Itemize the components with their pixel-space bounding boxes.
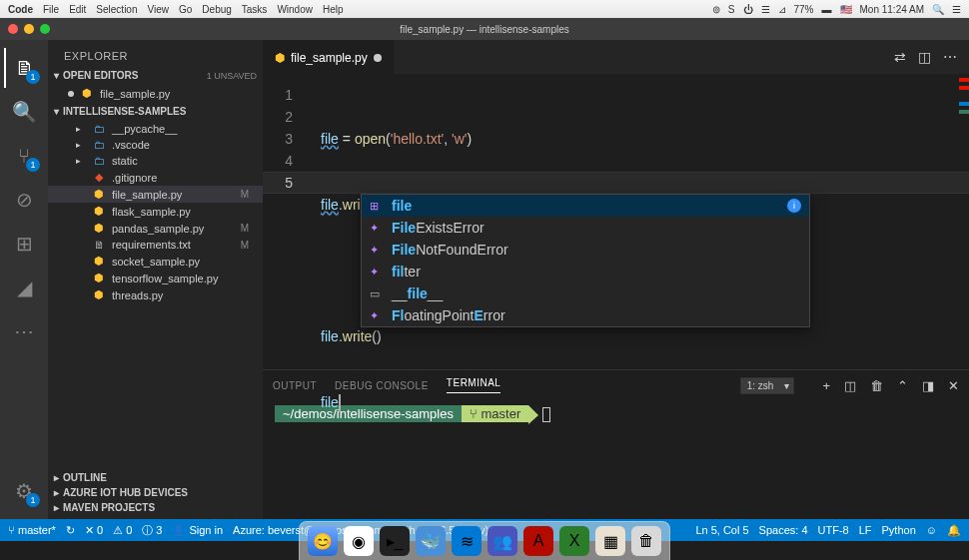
- more-actions-icon[interactable]: ⋯: [943, 49, 957, 65]
- flag-icon[interactable]: 🇺🇸: [840, 4, 852, 15]
- menu-tasks[interactable]: Tasks: [242, 4, 268, 15]
- open-editors-header[interactable]: ▾ OPEN EDITORS 1 UNSAVED: [48, 68, 263, 83]
- dock-acrobat[interactable]: A: [523, 526, 553, 556]
- variable-icon: ⊞: [370, 195, 384, 217]
- spotlight-icon[interactable]: 🔍: [932, 4, 944, 15]
- info-icon[interactable]: i: [787, 199, 801, 213]
- class-icon: ✦: [370, 217, 384, 239]
- file-flask-sample[interactable]: ⬢flask_sample.py: [48, 203, 263, 220]
- source-control-icon[interactable]: ⑂1: [4, 136, 44, 176]
- azure-icon[interactable]: ◢: [4, 268, 44, 307]
- close-window-icon[interactable]: [8, 24, 18, 34]
- folder-static[interactable]: ▸🗀static: [48, 153, 263, 169]
- status-icon[interactable]: ☰: [761, 4, 770, 15]
- suggest-item-filter[interactable]: ✦filter: [362, 261, 809, 282]
- terminal-selector[interactable]: 1: zsh ▾: [740, 377, 795, 394]
- file-tensorflow-sample[interactable]: ⬢tensorflow_sample.py: [48, 270, 263, 286]
- folder-pycache[interactable]: ▸🗀__pycache__: [48, 121, 263, 137]
- status-icon[interactable]: ⊚: [712, 4, 720, 15]
- chevron-right-icon: ▸: [54, 472, 59, 483]
- debug-icon[interactable]: ⊘: [4, 180, 44, 220]
- panel-tab-output[interactable]: OUTPUT: [273, 380, 317, 391]
- battery-icon: ▬: [822, 4, 832, 15]
- chevron-right-icon: ▸: [54, 502, 59, 513]
- dock-docker[interactable]: 🐳: [416, 526, 446, 556]
- azure-iot-header[interactable]: ▸AZURE IOT HUB DEVICES: [48, 485, 263, 500]
- suggest-item-filenotfounderror[interactable]: ✦FileNotFoundError: [362, 239, 809, 261]
- dock-finder[interactable]: 😊: [308, 526, 338, 556]
- menu-debug[interactable]: Debug: [202, 4, 231, 15]
- workspace-header[interactable]: ▾ INTELLISENSE-SAMPLES: [48, 104, 263, 119]
- intellisense-popup[interactable]: ⊞filei ✦FileExistsError ✦FileNotFoundErr…: [361, 194, 810, 327]
- dock-app[interactable]: ▦: [595, 526, 625, 556]
- macos-dock: 😊 ◉ ▸_ 🐳 ≋ 👥 A X ▦ 🗑: [0, 520, 969, 560]
- sidebar: EXPLORER ▾ OPEN EDITORS 1 UNSAVED ⬢ file…: [48, 40, 263, 519]
- suggest-item-fileexistserror[interactable]: ✦FileExistsError: [362, 217, 809, 239]
- menu-selection[interactable]: Selection: [96, 4, 137, 15]
- sidebar-title: EXPLORER: [48, 40, 263, 68]
- dock-chrome[interactable]: ◉: [344, 526, 374, 556]
- menu-file[interactable]: File: [43, 4, 59, 15]
- battery-pct[interactable]: 77%: [794, 4, 814, 15]
- code-editor[interactable]: 1 2 3 4 5 file = open('hello.txt', 'w') …: [263, 74, 969, 369]
- suggest-item-floatingpointerror[interactable]: ✦FloatingPointError: [362, 304, 809, 326]
- folder-icon: 🗀: [92, 123, 106, 135]
- chevron-right-icon: ▸: [54, 487, 59, 498]
- settings-gear-icon[interactable]: ⚙1: [4, 471, 44, 511]
- explorer-icon[interactable]: 🗎1: [4, 48, 44, 88]
- search-icon[interactable]: 🔍: [4, 92, 44, 132]
- split-editor-icon[interactable]: ◫: [918, 49, 931, 65]
- clock[interactable]: Mon 11:24 AM: [860, 4, 924, 15]
- compare-icon[interactable]: ⇄: [894, 49, 906, 65]
- macos-menubar: Code File Edit Selection View Go Debug T…: [0, 0, 969, 18]
- window-titlebar: file_sample.py — intellisense-samples: [0, 18, 969, 40]
- dock-terminal[interactable]: ▸_: [380, 526, 410, 556]
- menu-edit[interactable]: Edit: [69, 4, 86, 15]
- tab-file-sample[interactable]: ⬢ file_sample.py: [263, 40, 394, 74]
- python-file-icon: ⬢: [92, 272, 106, 284]
- outline-header[interactable]: ▸OUTLINE: [48, 470, 263, 485]
- modified-dot-icon: [68, 91, 74, 97]
- status-icon[interactable]: S: [728, 4, 735, 15]
- tab-bar: ⬢ file_sample.py ⇄ ◫ ⋯: [263, 40, 969, 74]
- chevron-right-icon: ▸: [76, 156, 86, 166]
- file-requirements[interactable]: 🗎requirements.txtM: [48, 237, 263, 253]
- suggest-item-dunder-file[interactable]: ▭__file__: [362, 282, 809, 304]
- keyword-icon: ▭: [370, 282, 384, 304]
- python-file-icon: ⬢: [92, 288, 106, 301]
- text-cursor: [339, 394, 341, 412]
- wifi-icon[interactable]: ⊿: [778, 4, 786, 15]
- class-icon: ✦: [370, 239, 384, 261]
- menu-view[interactable]: View: [148, 4, 170, 15]
- dock-vscode[interactable]: ≋: [452, 526, 482, 556]
- dock-excel[interactable]: X: [559, 526, 589, 556]
- folder-icon: 🗀: [92, 155, 106, 167]
- maximize-window-icon[interactable]: [40, 24, 50, 34]
- file-threads[interactable]: ⬢threads.py: [48, 286, 263, 303]
- suggest-item-file[interactable]: ⊞filei: [362, 195, 809, 217]
- minimize-window-icon[interactable]: [24, 24, 34, 34]
- menu-window[interactable]: Window: [277, 4, 313, 15]
- open-editor-item[interactable]: ⬢ file_sample.py: [48, 85, 263, 102]
- file-socket-sample[interactable]: ⬢socket_sample.py: [48, 253, 263, 270]
- dock-teams[interactable]: 👥: [487, 526, 517, 556]
- text-file-icon: 🗎: [92, 239, 106, 251]
- extensions-icon[interactable]: ⊞: [4, 224, 44, 264]
- more-icon[interactable]: ⋯: [4, 311, 44, 351]
- folder-vscode[interactable]: ▸🗀.vscode: [48, 137, 263, 153]
- file-file-sample[interactable]: ⬢file_sample.pyM: [48, 186, 263, 203]
- python-file-icon: ⬢: [275, 51, 285, 65]
- file-gitignore[interactable]: ◆.gitignore: [48, 169, 263, 186]
- file-pandas-sample[interactable]: ⬢pandas_sample.pyM: [48, 220, 263, 237]
- status-icon[interactable]: ⏻: [743, 4, 753, 15]
- maven-header[interactable]: ▸MAVEN PROJECTS: [48, 500, 263, 515]
- python-file-icon: ⬢: [92, 222, 106, 235]
- menu-help[interactable]: Help: [323, 4, 344, 15]
- chevron-right-icon: ▸: [76, 124, 86, 134]
- dock-trash[interactable]: 🗑: [631, 526, 661, 556]
- menu-go[interactable]: Go: [179, 4, 192, 15]
- traffic-lights[interactable]: [8, 24, 50, 34]
- overview-ruler[interactable]: [957, 74, 969, 333]
- menu-app-name[interactable]: Code: [8, 4, 33, 15]
- siri-icon[interactable]: ☰: [952, 4, 961, 15]
